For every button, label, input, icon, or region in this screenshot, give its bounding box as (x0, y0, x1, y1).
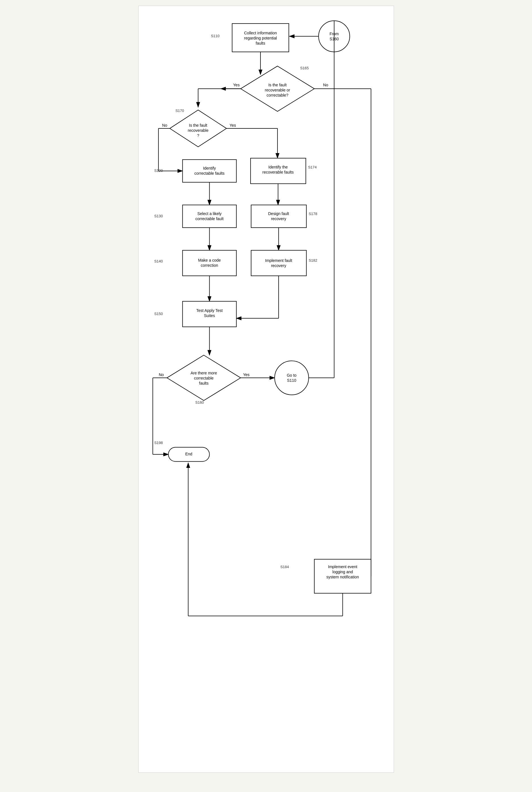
s110-line3: faults (255, 41, 265, 45)
s182-label: S182 (308, 258, 317, 263)
s110-line2: regarding potential (244, 36, 277, 40)
s184-line1: Implement event (328, 564, 357, 569)
s160-line3: faults (199, 381, 208, 385)
s150-label: S150 (154, 312, 163, 316)
s170-yes-label: Yes (229, 123, 236, 128)
s182-line1: Implement fault (265, 258, 292, 263)
s184-line3: system notification (326, 575, 359, 579)
s140-label: S140 (154, 259, 163, 263)
s150-line2: Suites (204, 313, 215, 318)
s174-line2: recoverable faults (262, 170, 293, 174)
s165-label: S165 (300, 66, 308, 70)
s160-yes-label: Yes (243, 373, 249, 377)
s184-line2: logging and (332, 570, 353, 574)
s170-label: S170 (175, 109, 184, 113)
s140-line1: Make a code (198, 258, 221, 263)
s170-line3: ? (197, 133, 199, 138)
s182-line2: recovery (271, 263, 286, 268)
s170-line2: recoverable (188, 128, 208, 133)
s174-label: S174 (308, 165, 317, 169)
s165-no-label: No (323, 83, 328, 87)
s198-text: End (185, 452, 192, 456)
s165-yes-label: Yes (233, 83, 240, 87)
s140-line2: correction (201, 263, 218, 268)
s178-line1: Design fault (268, 211, 289, 216)
s160-line2: correctable (194, 376, 213, 380)
s184-label: S184 (280, 565, 289, 569)
s110-line1: Collect information (244, 31, 277, 35)
s110-label: S110 (211, 34, 219, 38)
s130-line2: correctable fault (195, 216, 223, 221)
s130-line1: Select a likely (197, 211, 221, 216)
s165-line2: recoverable or (265, 88, 290, 92)
s160-no-label: No (158, 373, 164, 377)
s120-label: S120 (154, 168, 163, 173)
s120-line2: correctable faults (194, 171, 224, 175)
s178-label: S178 (308, 212, 317, 216)
s165-line3: correctable? (266, 93, 288, 97)
s160-line1: Are there more (190, 371, 217, 375)
s165-line1: Is the fault (268, 83, 286, 87)
s170-line1: Is the fault (189, 123, 207, 128)
s160-label: S160 (195, 400, 204, 404)
s174-line1: Identify the (268, 165, 287, 169)
s178-line2: recovery (271, 216, 286, 221)
s170-no-label: No (162, 123, 167, 128)
s120-line1: Identify (203, 166, 215, 170)
go-s110-line2: S110 (287, 378, 296, 383)
flowchart-diagram: Collect information regarding potential … (138, 6, 394, 773)
s198-label: S198 (154, 440, 163, 445)
go-s110-line1: Go to (287, 373, 296, 378)
s130-label: S130 (154, 214, 163, 218)
s150-line1: Test Apply Test (196, 308, 223, 313)
